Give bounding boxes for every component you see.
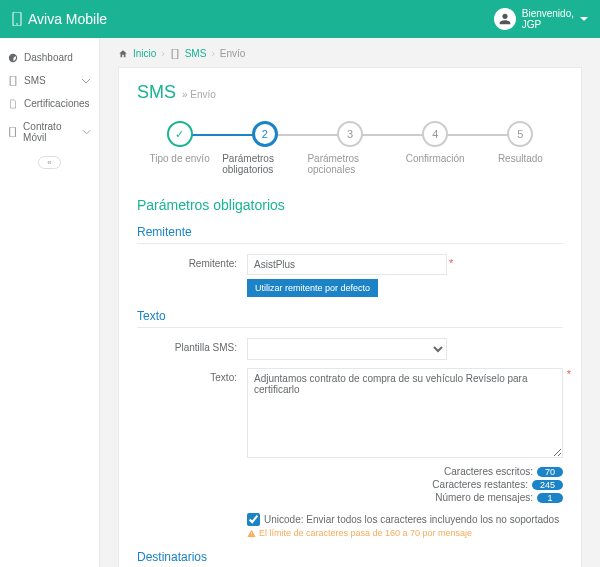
plantilla-label: Plantilla SMS: — [137, 338, 247, 353]
sidebar-item-dashboard[interactable]: Dashboard — [0, 46, 99, 69]
mobile-icon — [12, 12, 22, 26]
breadcrumb-home[interactable]: Inicio — [133, 48, 156, 59]
required-marker: * — [449, 257, 453, 269]
chars-written-badge: 70 — [537, 467, 563, 477]
destinatarios-heading: Destinatarios — [137, 550, 563, 567]
unicode-checkbox[interactable] — [247, 513, 260, 526]
chevron-down-icon — [82, 127, 91, 137]
brand: Aviva Mobile — [12, 11, 107, 27]
chars-left-badge: 245 — [532, 480, 563, 490]
user-text: Bienvenido, JGP — [522, 8, 574, 30]
mobile-icon — [8, 76, 18, 86]
unicode-checkbox-row[interactable]: Unicode: Enviar todos los caracteres inc… — [247, 513, 563, 526]
brand-text: Aviva Mobile — [28, 11, 107, 27]
mobile-icon — [170, 49, 180, 59]
unicode-warning: El límite de caracteres pasa de 160 a 70… — [247, 528, 563, 538]
plantilla-select[interactable] — [247, 338, 447, 360]
step-3[interactable]: 3 Parámetros opcionales — [307, 121, 392, 175]
sidebar: Dashboard SMS Certificaciones Contrato M… — [0, 38, 100, 567]
texto-heading: Texto — [137, 309, 563, 328]
breadcrumb: Inicio › SMS › Envío — [118, 38, 582, 67]
section-heading: Parámetros obligatorios — [137, 197, 563, 213]
page-title: SMS » Envío — [137, 82, 563, 103]
home-icon — [118, 49, 128, 59]
texto-label: Texto: — [137, 368, 247, 383]
chevron-down-icon — [580, 17, 588, 21]
avatar — [494, 8, 516, 30]
main: Inicio › SMS › Envío SMS » Envío ✓ Tipo … — [100, 38, 600, 567]
file-icon — [8, 99, 18, 109]
sidebar-item-contrato[interactable]: Contrato Móvil — [0, 115, 99, 149]
panel: SMS » Envío ✓ Tipo de envío 2 Parámetros… — [118, 67, 582, 567]
texto-textarea[interactable] — [247, 368, 563, 458]
step-2[interactable]: 2 Parámetros obligatorios — [222, 121, 307, 175]
breadcrumb-current: Envío — [220, 48, 246, 59]
sidebar-collapse[interactable]: « — [0, 155, 99, 169]
topbar: Aviva Mobile Bienvenido, JGP — [0, 0, 600, 38]
dashboard-icon — [8, 53, 18, 63]
remitente-input[interactable] — [247, 254, 447, 275]
sidebar-item-certificaciones[interactable]: Certificaciones — [0, 92, 99, 115]
step-5[interactable]: 5 Resultado — [478, 121, 563, 175]
chevron-down-icon — [81, 76, 91, 86]
svg-point-1 — [16, 23, 18, 25]
default-sender-button[interactable]: Utilizar remitente por defecto — [247, 279, 378, 297]
svg-rect-3 — [10, 127, 16, 137]
sidebar-item-sms[interactable]: SMS — [0, 69, 99, 92]
step-4[interactable]: 4 Confirmación — [393, 121, 478, 175]
user-menu[interactable]: Bienvenido, JGP — [494, 8, 588, 30]
breadcrumb-sms[interactable]: SMS — [185, 48, 207, 59]
msg-count-badge: 1 — [537, 493, 563, 503]
char-counters: Caracteres escritos:70 Caracteres restan… — [247, 466, 563, 503]
remitente-heading: Remitente — [137, 225, 563, 244]
mobile-icon — [8, 127, 17, 137]
chevron-down-icon — [90, 99, 91, 109]
remitente-label: Remitente: — [137, 254, 247, 269]
warning-icon — [247, 529, 256, 538]
svg-rect-2 — [10, 76, 16, 86]
wizard-steps: ✓ Tipo de envío 2 Parámetros obligatorio… — [137, 121, 563, 175]
required-marker: * — [567, 368, 571, 380]
step-1[interactable]: ✓ Tipo de envío — [137, 121, 222, 175]
svg-rect-4 — [172, 49, 178, 59]
